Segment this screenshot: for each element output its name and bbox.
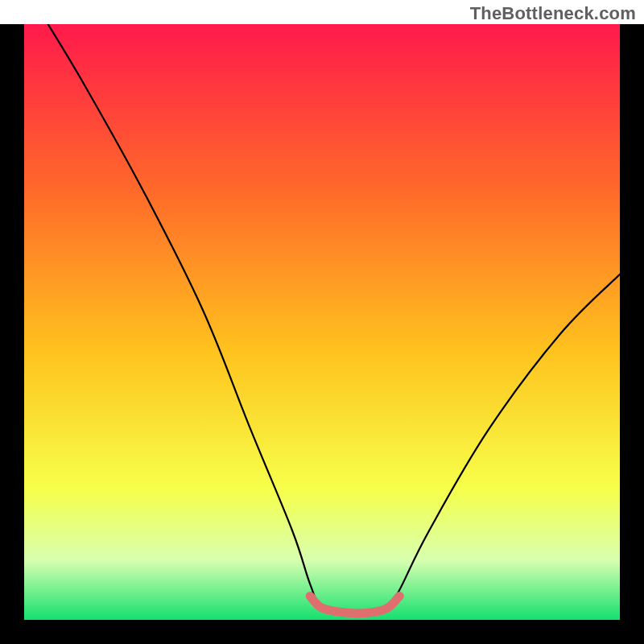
watermark-label: TheBottleneck.com (470, 3, 636, 24)
bottleneck-chart (0, 24, 644, 644)
axis-right (620, 24, 644, 644)
axis-left (0, 24, 24, 644)
axis-bottom (0, 620, 644, 644)
plot-gradient-area (24, 24, 620, 620)
